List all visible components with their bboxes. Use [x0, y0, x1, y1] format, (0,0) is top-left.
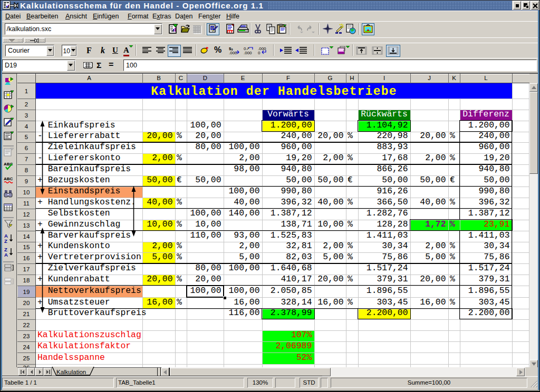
- svg-text:Z: Z: [4, 238, 7, 243]
- svg-text:ABC: ABC: [4, 177, 13, 181]
- svg-text:A: A: [4, 252, 8, 257]
- svg-text:.000: .000: [244, 51, 252, 55]
- svg-text:0: 0: [258, 51, 261, 55]
- svg-text:.000: .000: [229, 51, 237, 55]
